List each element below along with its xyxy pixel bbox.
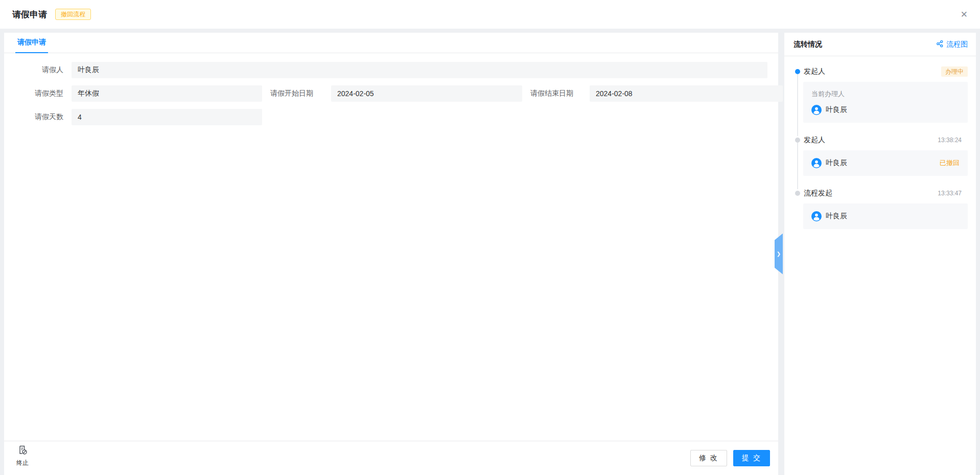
form-row-days: 请假天数 4 <box>4 109 778 125</box>
modify-button[interactable]: 修 改 <box>690 450 727 466</box>
leave-end-date-label: 请假结束日期 <box>530 89 573 98</box>
timeline-time: 13:33:47 <box>938 190 968 197</box>
person-row: 叶良辰 <box>811 211 960 221</box>
flow-timeline: 发起人 办理中 当前办理人 叶良辰 <box>784 56 976 229</box>
timeline-time: 13:38:24 <box>938 137 968 144</box>
window-header: 请假申请 撤回流程 ✕ <box>0 0 980 29</box>
timeline-dot-active <box>795 69 800 74</box>
flowchart-icon <box>936 40 944 49</box>
leave-end-date-field[interactable]: 2024-02-08 <box>590 85 783 102</box>
flowchart-link-label: 流程图 <box>946 40 968 49</box>
leave-days-label: 请假天数 <box>4 112 63 122</box>
user-avatar-icon <box>811 158 822 168</box>
withdrawn-status-text: 已撤回 <box>940 159 960 168</box>
footer-buttons: 修 改 提 交 <box>690 450 770 466</box>
timeline-card: 当前办理人 叶良辰 <box>803 82 968 123</box>
leave-start-date-field[interactable]: 2024-02-05 <box>331 85 522 102</box>
flowchart-link[interactable]: 流程图 <box>936 40 968 49</box>
flow-panel-title: 流转情况 <box>794 40 822 49</box>
leave-days-field[interactable]: 4 <box>72 109 262 125</box>
timeline-item-initiator: 发起人 13:38:24 叶良辰 已撤回 <box>792 135 968 176</box>
chevron-right-icon: ❯ <box>777 251 781 257</box>
form-row-person: 请假人 叶良辰 <box>4 62 778 78</box>
timeline-dot <box>795 191 800 196</box>
person-name: 叶良辰 <box>826 159 847 168</box>
leave-type-label: 请假类型 <box>4 89 63 98</box>
person-row: 叶良辰 <box>811 105 960 115</box>
form-footer: 终止 修 改 提 交 <box>4 441 778 475</box>
leave-person-label: 请假人 <box>4 65 63 75</box>
close-icon[interactable]: ✕ <box>959 8 970 21</box>
collapse-panel-handle[interactable]: ❯ <box>775 234 783 275</box>
page-title: 请假申请 <box>12 9 47 20</box>
leave-type-field[interactable]: 年休假 <box>72 85 262 102</box>
leave-person-field[interactable]: 叶良辰 <box>72 62 767 78</box>
current-handler-label: 当前办理人 <box>811 89 960 99</box>
terminate-button[interactable]: 终止 <box>16 445 29 467</box>
form-row-type-dates: 请假类型 年休假 请假开始日期 2024-02-05 请假结束日期 2024-0… <box>4 85 778 102</box>
person-row: 叶良辰 已撤回 <box>811 158 960 168</box>
person-name: 叶良辰 <box>826 212 847 221</box>
timeline-node-title: 流程发起 <box>804 189 832 198</box>
timeline-head: 发起人 办理中 <box>804 66 968 77</box>
terminate-label: 终止 <box>16 459 29 467</box>
timeline-card: 叶良辰 已撤回 <box>803 150 968 176</box>
in-progress-badge: 办理中 <box>941 66 968 77</box>
content-area: 请假申请 请假人 叶良辰 请假类型 年休假 请假开始日期 2024-02-05 … <box>0 29 980 475</box>
timeline-node-title: 发起人 <box>804 67 825 76</box>
timeline-node-title: 发起人 <box>804 135 825 145</box>
timeline-head: 流程发起 13:33:47 <box>804 188 968 198</box>
timeline-card: 叶良辰 <box>803 203 968 229</box>
withdraw-flow-badge: 撤回流程 <box>55 9 91 20</box>
leave-start-date-label: 请假开始日期 <box>270 89 313 98</box>
timeline-item-current: 发起人 办理中 当前办理人 叶良辰 <box>792 66 968 123</box>
timeline-item-flow-start: 流程发起 13:33:47 叶良辰 <box>792 188 968 229</box>
terminate-icon <box>17 445 28 457</box>
flow-panel-header: 流转情况 流程图 <box>784 33 976 56</box>
tab-leave-request[interactable]: 请假申请 <box>15 38 48 53</box>
user-avatar-icon <box>811 211 822 221</box>
timeline-head: 发起人 13:38:24 <box>804 135 968 145</box>
tab-bar: 请假申请 <box>4 33 778 53</box>
flow-status-panel: 流转情况 流程图 发起人 办理中 <box>784 33 976 475</box>
submit-button[interactable]: 提 交 <box>733 450 770 466</box>
timeline-dot <box>795 138 800 143</box>
user-avatar-icon <box>811 105 822 115</box>
leave-form: 请假人 叶良辰 请假类型 年休假 请假开始日期 2024-02-05 请假结束日… <box>4 53 778 125</box>
leave-form-panel: 请假申请 请假人 叶良辰 请假类型 年休假 请假开始日期 2024-02-05 … <box>4 33 778 475</box>
person-name: 叶良辰 <box>826 105 847 115</box>
